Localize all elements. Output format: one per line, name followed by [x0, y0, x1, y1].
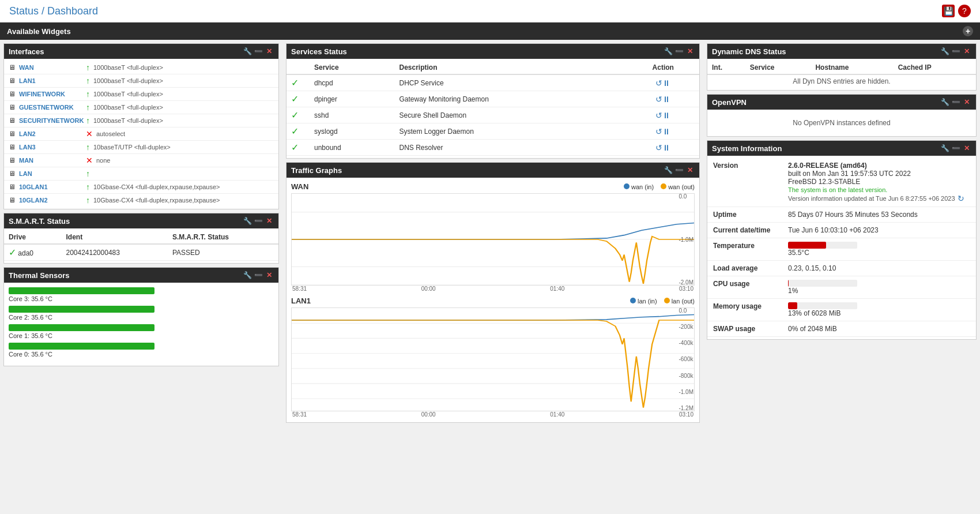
openvpn-configure-icon[interactable]: 🔧 — [940, 97, 949, 107]
iface-arrow-up: ↑ — [86, 89, 90, 99]
traffic-close-icon[interactable]: ✕ — [685, 166, 695, 175]
smart-table: Drive Ident S.M.A.R.T. Status ✓ ada0 200… — [4, 231, 278, 261]
interfaces-close-icon[interactable]: ✕ — [265, 47, 274, 56]
sysinfo-cpu-row: CPU usage 1% — [707, 276, 976, 299]
traffic-graphs-body: WAN wan (in) wan (out) — [287, 178, 699, 422]
help-button[interactable]: ? — [958, 5, 971, 17]
iface-name-lan[interactable]: LAN — [19, 170, 82, 177]
iface-name-lan1[interactable]: LAN1 — [19, 77, 82, 84]
thermal-bar-core3 — [9, 287, 154, 294]
service-ok-icon: ✓ — [291, 142, 299, 152]
iface-name-man[interactable]: MAN — [19, 157, 82, 164]
smart-configure-icon[interactable]: 🔧 — [243, 216, 252, 226]
smart-close-icon[interactable]: ✕ — [265, 216, 274, 226]
ddns-widget-header: Dynamic DNS Status 🔧 ➖ ✕ — [707, 44, 976, 59]
iface-error-icon: ✕ — [86, 129, 93, 138]
temp-progress-outer — [788, 242, 857, 249]
wan-legend-in: wan (in) — [624, 183, 654, 190]
cpu-progress-outer — [788, 280, 857, 287]
services-close-icon[interactable]: ✕ — [685, 47, 695, 56]
network-icon: 🖥 — [9, 103, 16, 111]
interfaces-widget-header: Interfaces 🔧 ➖ ✕ — [4, 44, 278, 59]
services-minimize-icon[interactable]: ➖ — [674, 47, 684, 56]
svc-desc-unbound: DNS Resolver — [394, 140, 627, 156]
thermal-configure-icon[interactable]: 🔧 — [243, 271, 252, 280]
sysinfo-temp-label: Temperature — [707, 238, 782, 261]
ddns-minimize-icon[interactable]: ➖ — [951, 47, 960, 56]
openvpn-minimize-icon[interactable]: ➖ — [951, 97, 960, 107]
svc-restart-unbound[interactable]: ↺⏸ — [655, 143, 670, 152]
sysinfo-version-label: Version — [707, 158, 782, 207]
iface-name-10glan1[interactable]: 10GLAN1 — [19, 183, 82, 190]
breadcrumb-static: Status / — [9, 5, 44, 17]
main-grid: Interfaces 🔧 ➖ ✕ 🖥 WAN ↑ 1000baseT <full… — [0, 40, 980, 426]
svc-restart-dhcpd[interactable]: ↺⏸ — [655, 78, 670, 88]
services-widget-header: Services Status 🔧 ➖ ✕ — [287, 44, 699, 59]
traffic-minimize-icon[interactable]: ➖ — [674, 166, 684, 175]
traffic-configure-icon[interactable]: 🔧 — [664, 166, 673, 175]
service-ok-icon: ✓ — [291, 78, 299, 88]
openvpn-widget-header: OpenVPN 🔧 ➖ ✕ — [707, 95, 976, 110]
version-refresh-icon[interactable]: ↻ — [958, 194, 964, 203]
iface-name-wan[interactable]: WAN — [19, 64, 82, 71]
smart-ident: 20042412000483 — [61, 244, 167, 261]
sysinfo-swap-label: SWAP usage — [707, 321, 782, 337]
svc-restart-sshd[interactable]: ↺⏸ — [655, 111, 670, 120]
sysinfo-configure-icon[interactable]: 🔧 — [940, 144, 949, 153]
iface-name-lan2[interactable]: LAN2 — [19, 130, 82, 137]
iface-name-wifi[interactable]: WIFINETWORK — [19, 91, 82, 97]
smart-title: S.M.A.R.T. Status — [9, 217, 243, 226]
traffic-graphs-controls: 🔧 ➖ ✕ — [664, 166, 695, 175]
iface-name-10glan2[interactable]: 10GLAN2 — [19, 197, 82, 204]
table-row: 🖥 10GLAN1 ↑ 10Gbase-CX4 <full-duplex,rxp… — [4, 181, 278, 194]
svc-restart-syslogd[interactable]: ↺⏸ — [655, 127, 670, 136]
svc-name-syslogd: syslogd — [310, 123, 394, 140]
sysinfo-version-os: FreeBSD 12.3-STABLE — [788, 178, 860, 186]
page-title: Status / Dashboard — [9, 5, 98, 17]
table-row: 🖥 SECURITYNETWORK ↑ 1000baseT <full-dupl… — [4, 114, 278, 127]
save-button[interactable]: 💾 — [942, 5, 955, 17]
lan1-in-dot — [630, 298, 636, 303]
thermal-minimize-icon[interactable]: ➖ — [254, 271, 263, 280]
iface-status-wifi: 1000baseT <full-duplex> — [93, 91, 274, 97]
thermal-close-icon[interactable]: ✕ — [265, 271, 274, 280]
sysinfo-version-build: built on Mon Jan 31 19:57:53 UTC 2022 — [788, 170, 911, 178]
iface-name-lan3[interactable]: LAN3 — [19, 144, 82, 151]
table-row: ✓ syslogd System Logger Daemon ↺⏸ — [287, 123, 699, 140]
interfaces-configure-icon[interactable]: 🔧 — [243, 47, 252, 56]
sysinfo-uptime-value: 85 Days 07 Hours 35 Minutes 53 Seconds — [782, 207, 976, 223]
openvpn-close-icon[interactable]: ✕ — [962, 97, 971, 107]
ddns-close-icon[interactable]: ✕ — [962, 47, 971, 56]
sysinfo-memory-value: 13% of 6028 MiB — [782, 299, 976, 321]
services-configure-icon[interactable]: 🔧 — [664, 47, 673, 56]
table-row: 🖥 MAN ✕ none — [4, 154, 278, 167]
interfaces-minimize-icon[interactable]: ➖ — [254, 47, 263, 56]
sysinfo-close-icon[interactable]: ✕ — [962, 144, 971, 153]
add-widget-button[interactable]: + — [963, 26, 973, 36]
sysinfo-swap-row: SWAP usage 0% of 2048 MiB — [707, 321, 976, 337]
thermal-widget-header: Thermal Sensors 🔧 ➖ ✕ — [4, 268, 278, 283]
service-ok-icon: ✓ — [291, 126, 299, 136]
svc-restart-dpinger[interactable]: ↺⏸ — [655, 95, 670, 104]
breadcrumb-link[interactable]: Dashboard — [47, 5, 98, 17]
iface-name-security[interactable]: SECURITYNETWORK — [19, 117, 82, 124]
wan-graph-legend: wan (in) wan (out) — [624, 183, 695, 190]
services-title: Services Status — [291, 47, 664, 56]
wan-graph-name: WAN — [291, 182, 308, 191]
sysinfo-minimize-icon[interactable]: ➖ — [951, 144, 960, 153]
sysinfo-body: Version 2.6.0-RELEASE (amd64) built on M… — [707, 156, 976, 339]
wan-graph-area: 0.0 -1.0M -2.0M — [291, 193, 695, 286]
smart-minimize-icon[interactable]: ➖ — [254, 216, 263, 226]
sysinfo-memory-label: Memory usage — [707, 299, 782, 321]
iface-name-guest[interactable]: GUESTNETWORK — [19, 104, 82, 111]
ddns-widget: Dynamic DNS Status 🔧 ➖ ✕ Int. Service Ho… — [707, 43, 977, 91]
openvpn-title: OpenVPN — [712, 98, 940, 107]
sysinfo-cpu-value: 1% — [782, 276, 976, 299]
memory-progress-wrap — [788, 302, 970, 309]
ddns-configure-icon[interactable]: 🔧 — [940, 47, 949, 56]
lan1-time-row: 58:31 00:00 01:40 03:10 — [291, 411, 695, 418]
table-row: ✓ dpinger Gateway Monitoring Daemon ↺⏸ — [287, 91, 699, 107]
lan1-legend-out: lan (out) — [664, 298, 695, 305]
lan1-out-dot — [664, 298, 670, 303]
thermal-widget: Thermal Sensors 🔧 ➖ ✕ Core 3: 35.6 °C Co… — [3, 267, 279, 366]
